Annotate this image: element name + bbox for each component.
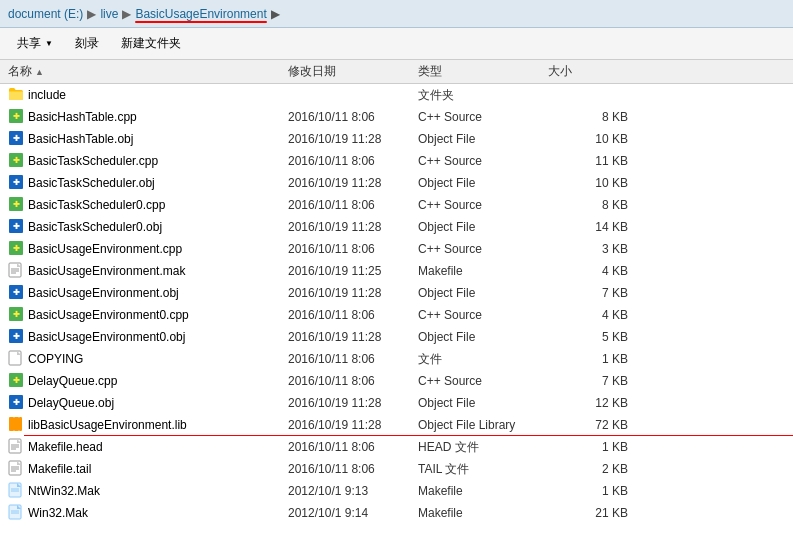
table-row[interactable]: Makefile.tail2016/10/11 8:06TAIL 文件2 KB xyxy=(0,458,793,480)
table-row[interactable]: ✚ BasicHashTable.obj2016/10/19 11:28Obje… xyxy=(0,128,793,150)
file-date-cell: 2016/10/11 8:06 xyxy=(288,374,418,388)
file-date-cell: 2016/10/11 8:06 xyxy=(288,440,418,454)
file-type-cell: TAIL 文件 xyxy=(418,461,548,478)
file-type-cell: C++ Source xyxy=(418,242,548,256)
file-icon xyxy=(8,350,24,369)
svg-text:✚: ✚ xyxy=(13,310,20,319)
file-name-text: BasicUsageEnvironment.cpp xyxy=(28,242,182,256)
svg-text:✚: ✚ xyxy=(13,112,20,121)
file-size-cell: 21 KB xyxy=(548,506,628,520)
file-name-text: NtWin32.Mak xyxy=(28,484,100,498)
svg-rect-30 xyxy=(14,417,19,431)
file-type-cell: 文件 xyxy=(418,351,548,368)
breadcrumb-arrow: ▶ xyxy=(271,7,280,21)
table-row[interactable]: ✚ BasicTaskScheduler.cpp2016/10/11 8:06C… xyxy=(0,150,793,172)
table-row[interactable]: Win32.Mak2012/10/1 9:14Makefile21 KB xyxy=(0,502,793,524)
file-date-cell: 2016/10/19 11:28 xyxy=(288,286,418,300)
file-size-cell: 4 KB xyxy=(548,308,628,322)
col-header-name[interactable]: 名称 ▲ xyxy=(8,63,288,80)
burn-button[interactable]: 刻录 xyxy=(66,31,108,56)
svg-rect-31 xyxy=(19,417,22,431)
table-row[interactable]: include文件夹 xyxy=(0,84,793,106)
table-row[interactable]: ✚ DelayQueue.cpp2016/10/11 8:06C++ Sourc… xyxy=(0,370,793,392)
mak2-icon xyxy=(8,482,24,501)
file-size-cell: 4 KB xyxy=(548,264,628,278)
file-name-cell: ✚ DelayQueue.cpp xyxy=(8,372,288,391)
svg-rect-14 xyxy=(9,263,21,277)
col-header-size[interactable]: 大小 xyxy=(548,63,628,80)
file-size-cell: 8 KB xyxy=(548,110,628,124)
file-type-cell: Object File xyxy=(418,132,548,146)
svg-rect-36 xyxy=(9,461,21,475)
table-row[interactable]: COPYING2016/10/11 8:06文件1 KB xyxy=(0,348,793,370)
file-type-cell: Object File Library xyxy=(418,418,548,432)
obj-icon: ✚ xyxy=(8,328,24,347)
obj-icon: ✚ xyxy=(8,394,24,413)
breadcrumb-sep-2: ▶ xyxy=(122,7,131,21)
file-type-cell: C++ Source xyxy=(418,110,548,124)
table-row[interactable]: ✚ BasicUsageEnvironment.obj2016/10/19 11… xyxy=(0,282,793,304)
cpp-icon: ✚ xyxy=(8,108,24,127)
table-row[interactable]: ✚ BasicUsageEnvironment0.obj2016/10/19 1… xyxy=(0,326,793,348)
file-name-text: BasicUsageEnvironment.obj xyxy=(28,286,179,300)
file-name-text: Makefile.tail xyxy=(28,462,91,476)
file-name-text: Win32.Mak xyxy=(28,506,88,520)
file-type-cell: Makefile xyxy=(418,506,548,520)
table-row[interactable]: ✚ BasicTaskScheduler.obj2016/10/19 11:28… xyxy=(0,172,793,194)
file-date-cell: 2016/10/19 11:28 xyxy=(288,418,418,432)
svg-text:✚: ✚ xyxy=(13,398,20,407)
file-size-cell: 12 KB xyxy=(548,396,628,410)
file-name-text: BasicUsageEnvironment.mak xyxy=(28,264,185,278)
table-row[interactable]: ✚ BasicUsageEnvironment0.cpp2016/10/11 8… xyxy=(0,304,793,326)
table-row[interactable]: libBasicUsageEnvironment.lib2016/10/19 1… xyxy=(0,414,793,436)
svg-rect-32 xyxy=(9,439,21,453)
file-name-cell: Win32.Mak xyxy=(8,504,288,523)
file-size-cell: 5 KB xyxy=(548,330,628,344)
file-date-cell: 2016/10/11 8:06 xyxy=(288,352,418,366)
file-name-cell: ✚ BasicHashTable.cpp xyxy=(8,108,288,127)
table-row[interactable]: ✚ BasicTaskScheduler0.obj2016/10/19 11:2… xyxy=(0,216,793,238)
file-name-text: COPYING xyxy=(28,352,83,366)
file-type-cell: C++ Source xyxy=(418,374,548,388)
mak-icon xyxy=(8,262,24,281)
file-name-cell: BasicUsageEnvironment.mak xyxy=(8,262,288,281)
file-size-cell: 10 KB xyxy=(548,176,628,190)
svg-text:✚: ✚ xyxy=(13,244,20,253)
file-date-cell: 2016/10/11 8:06 xyxy=(288,242,418,256)
file-name-text: DelayQueue.obj xyxy=(28,396,114,410)
file-name-cell: ✚ BasicUsageEnvironment0.obj xyxy=(8,328,288,347)
table-row[interactable]: Makefile.head2016/10/11 8:06HEAD 文件1 KB xyxy=(0,436,793,458)
file-type-cell: Makefile xyxy=(418,484,548,498)
file-name-cell: ✚ BasicTaskScheduler0.obj xyxy=(8,218,288,237)
breadcrumb-live[interactable]: live xyxy=(100,7,118,21)
cpp-icon: ✚ xyxy=(8,372,24,391)
breadcrumb-doc[interactable]: document (E:) xyxy=(8,7,83,21)
table-row[interactable]: ✚ BasicTaskScheduler0.cpp2016/10/11 8:06… xyxy=(0,194,793,216)
table-row[interactable]: BasicUsageEnvironment.mak2016/10/19 11:2… xyxy=(0,260,793,282)
col-header-type[interactable]: 类型 xyxy=(418,63,548,80)
col-header-date[interactable]: 修改日期 xyxy=(288,63,418,80)
table-row[interactable]: NtWin32.Mak2012/10/1 9:13Makefile1 KB xyxy=(0,480,793,502)
cpp-icon: ✚ xyxy=(8,240,24,259)
file-date-cell: 2012/10/1 9:14 xyxy=(288,506,418,520)
file-type-cell: Object File xyxy=(418,176,548,190)
file-name-cell: libBasicUsageEnvironment.lib xyxy=(8,416,288,435)
file-type-cell: Object File xyxy=(418,286,548,300)
file-size-cell: 72 KB xyxy=(548,418,628,432)
table-row[interactable]: ✚ BasicUsageEnvironment.cpp2016/10/11 8:… xyxy=(0,238,793,260)
cpp-icon: ✚ xyxy=(8,196,24,215)
breadcrumb-folder[interactable]: BasicUsageEnvironment xyxy=(135,7,266,21)
obj-icon: ✚ xyxy=(8,174,24,193)
file-date-cell: 2016/10/19 11:28 xyxy=(288,330,418,344)
new-folder-button[interactable]: 新建文件夹 xyxy=(112,31,190,56)
mak-icon xyxy=(8,438,24,457)
file-type-cell: C++ Source xyxy=(418,198,548,212)
file-date-cell: 2016/10/11 8:06 xyxy=(288,308,418,322)
mak2-icon xyxy=(8,504,24,523)
table-row[interactable]: ✚ BasicHashTable.cpp2016/10/11 8:06C++ S… xyxy=(0,106,793,128)
share-button[interactable]: 共享 ▼ xyxy=(8,31,62,56)
table-row[interactable]: ✚ DelayQueue.obj2016/10/19 11:28Object F… xyxy=(0,392,793,414)
file-date-cell: 2016/10/11 8:06 xyxy=(288,154,418,168)
file-name-text: BasicUsageEnvironment0.cpp xyxy=(28,308,189,322)
svg-text:✚: ✚ xyxy=(13,200,20,209)
